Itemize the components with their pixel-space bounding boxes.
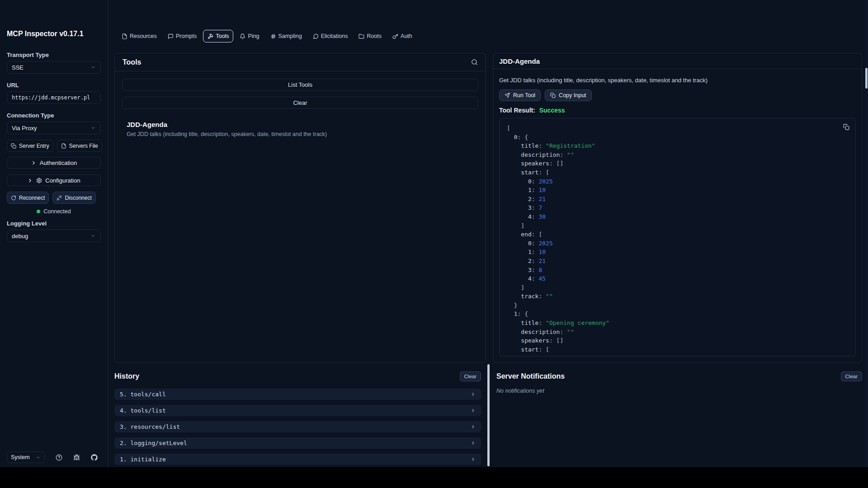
chevron-right-icon — [471, 424, 476, 429]
hammer-icon — [208, 33, 213, 39]
server-notifications-section: Server Notifications Clear No notificati… — [496, 371, 862, 394]
restart-icon — [11, 195, 16, 201]
transport-type-select[interactable]: SSE — [7, 61, 101, 74]
chevron-right-icon — [471, 408, 476, 413]
list-tools-button[interactable]: List Tools — [122, 79, 478, 91]
server-entry-label: Server Entry — [19, 143, 49, 149]
url-label: URL — [7, 82, 101, 89]
tab-roots[interactable]: Roots — [354, 30, 386, 42]
help-circle-icon — [56, 454, 62, 461]
github-button[interactable] — [91, 454, 98, 461]
tool-name: JDD-Agenda — [127, 121, 478, 128]
tab-tools[interactable]: Tools — [203, 30, 233, 42]
message-square-icon — [168, 33, 174, 39]
history-item[interactable]: 4. tools/list — [114, 405, 481, 416]
file-icon — [61, 143, 66, 149]
logging-level-label: Logging Level — [7, 220, 101, 227]
connection-type-label: Connection Type — [7, 112, 101, 119]
chevron-down-icon — [90, 125, 96, 131]
history-item-label: 5. tools/call — [120, 391, 166, 398]
servers-file-label: Servers File — [69, 143, 98, 149]
bell-icon — [240, 33, 245, 39]
history-item[interactable]: 2. logging/setLevel — [114, 437, 481, 449]
chevron-right-icon — [471, 392, 476, 397]
connection-type-value: Via Proxy — [12, 125, 37, 131]
connection-type-select[interactable]: Via Proxy — [7, 122, 101, 134]
tab-label: Tools — [216, 33, 229, 39]
tab-resources[interactable]: Resources — [117, 30, 161, 42]
resources-icon — [122, 33, 127, 39]
tab-auth[interactable]: Auth — [388, 30, 417, 42]
connection-status-text: Connected — [43, 208, 71, 215]
tools-panel-title: Tools — [123, 58, 141, 66]
reconnect-label: Reconnect — [19, 195, 45, 201]
reconnect-button[interactable]: Reconnect — [7, 192, 49, 204]
copy-input-button[interactable]: Copy Input — [545, 89, 591, 101]
connection-status: Connected — [7, 208, 101, 215]
tab-sampling[interactable]: Sampling — [266, 30, 307, 42]
history-item-label: 4. tools/list — [120, 407, 166, 414]
connected-dot-icon — [37, 210, 40, 213]
servers-file-button[interactable]: Servers File — [57, 140, 102, 152]
clear-history-button[interactable]: Clear — [460, 371, 481, 381]
tool-description: Get JDD talks (including title, descript… — [127, 131, 425, 137]
history-item[interactable]: 3. resources/list — [114, 421, 481, 432]
clear-notifications-button[interactable]: Clear — [841, 371, 862, 381]
tab-label: Roots — [367, 33, 382, 39]
bug-report-button[interactable] — [73, 454, 80, 461]
copy-result-button[interactable] — [843, 124, 849, 130]
tab-bar: Resources Prompts Tools Ping Sampling El… — [117, 30, 417, 42]
copy-input-label: Copy Input — [559, 92, 586, 99]
history-item-label: 2. logging/setLevel — [120, 440, 187, 446]
run-tool-button[interactable]: Run Tool — [499, 89, 541, 101]
disconnect-label: Disconnect — [65, 195, 91, 201]
tool-result-label: Tool Result: — [499, 107, 535, 114]
hash-icon — [270, 33, 276, 39]
window-scrollbar-thumb[interactable] — [865, 68, 868, 89]
sidebar: MCP Inspector v0.17.1 Transport Type SSE… — [0, 0, 108, 467]
authentication-toggle[interactable]: Authentication — [7, 157, 101, 169]
history-item[interactable]: 5. tools/call — [114, 389, 481, 400]
help-button[interactable] — [56, 454, 62, 461]
panel-resize-handle[interactable] — [487, 364, 490, 466]
copy-icon — [550, 93, 556, 98]
logging-level-select[interactable]: debug — [7, 230, 101, 242]
tool-detail-panel: JDD-Agenda Get JDD talks (including titl… — [493, 53, 862, 363]
tab-ping[interactable]: Ping — [235, 30, 264, 42]
tab-label: Prompts — [176, 33, 197, 39]
history-item-label: 3. resources/list — [120, 423, 180, 430]
server-entry-button[interactable]: Server Entry — [7, 140, 53, 152]
chevron-right-icon — [31, 160, 37, 166]
history-section: History Clear 5. tools/call 4. tools/lis… — [114, 371, 481, 470]
url-input[interactable] — [7, 91, 101, 104]
disconnect-button[interactable]: Disconnect — [52, 192, 95, 204]
copy-icon — [11, 143, 16, 149]
chevron-down-icon — [90, 65, 96, 70]
chevron-right-icon — [27, 178, 33, 183]
history-title: History — [114, 372, 139, 380]
tab-label: Ping — [248, 33, 259, 39]
configuration-toggle[interactable]: Configuration — [7, 174, 101, 186]
tool-result-status: Success — [539, 107, 565, 114]
history-item[interactable]: 1. initialize — [114, 454, 481, 465]
tool-detail-title: JDD-Agenda — [499, 57, 540, 65]
clear-tools-button[interactable]: Clear — [122, 97, 478, 109]
tool-result-line: Tool Result: Success — [499, 107, 856, 114]
message-circle-icon — [313, 33, 319, 39]
github-icon — [91, 454, 98, 461]
search-button[interactable] — [471, 59, 478, 66]
tab-prompts[interactable]: Prompts — [163, 30, 202, 42]
tool-list-item[interactable]: JDD-Agenda Get JDD talks (including titl… — [122, 121, 478, 137]
theme-value: System — [11, 454, 30, 460]
theme-select[interactable]: System — [7, 451, 45, 463]
gear-icon — [36, 178, 42, 183]
chevron-right-icon — [471, 457, 476, 462]
logging-level-value: debug — [12, 233, 28, 239]
tab-elicitations[interactable]: Elicitations — [308, 30, 353, 42]
bug-icon — [73, 454, 80, 461]
configuration-label: Configuration — [45, 177, 80, 184]
json-lines: [ 0: { title: "Registration" description… — [500, 118, 855, 357]
copy-icon — [843, 124, 849, 130]
key-icon — [392, 33, 398, 39]
search-icon — [471, 59, 478, 66]
